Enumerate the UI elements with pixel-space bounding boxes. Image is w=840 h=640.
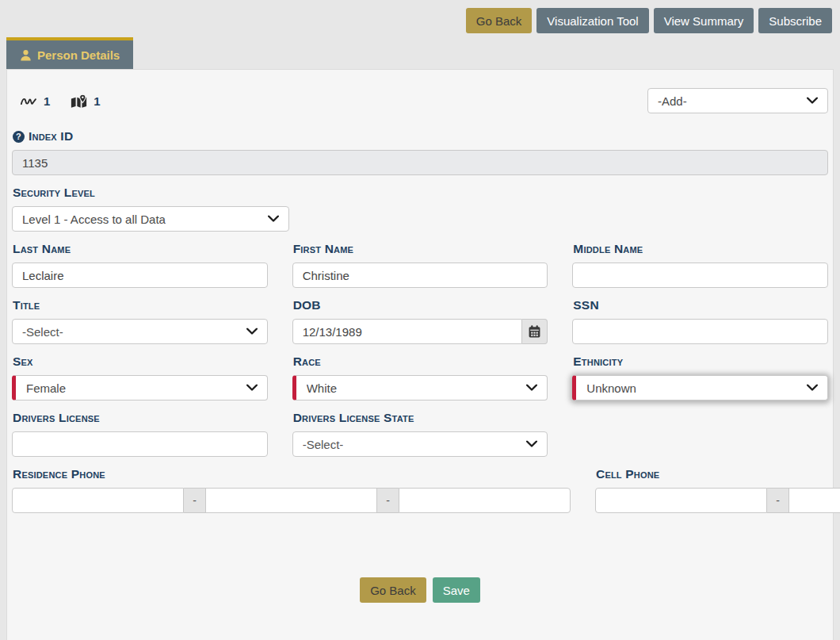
map-count: 1 [94,94,100,108]
visualization-tool-button[interactable]: Visualization Tool [536,8,648,33]
residence-phone-area-input[interactable] [12,488,184,513]
security-level-field: Security Level Level 1 - Access to all D… [12,186,828,232]
go-back-button-top[interactable]: Go Back [466,8,533,33]
security-level-value: Level 1 - Access to all Data [22,213,166,226]
first-name-input[interactable] [292,263,548,288]
middle-name-input[interactable] [572,263,828,288]
go-back-button[interactable]: Go Back [360,577,426,603]
sex-race-ethnicity-row: Sex Female Race White Ethnicity Unknown [12,354,828,400]
person-details-panel: 1 1 -Add- [6,69,834,640]
chevron-down-icon [268,216,279,223]
phone-dash-separator: - [377,488,399,513]
index-id-field: ? Index ID [12,129,828,175]
drivers-license-label: Drivers License [13,411,100,425]
race-field: Race White [292,354,548,400]
sex-field: Sex Female [12,354,268,400]
last-name-input[interactable] [12,263,268,288]
title-field: Title -Select- [12,298,268,344]
save-button[interactable]: Save [433,577,480,603]
title-label: Title [13,298,40,312]
dob-input[interactable] [292,319,523,344]
last-name-label: Last Name [13,242,71,256]
race-label: Race [293,354,321,369]
first-name-label: First Name [293,242,353,256]
title-value: -Select- [22,325,63,339]
question-circle-icon[interactable]: ? [13,131,25,143]
map-count-item[interactable]: 1 [71,94,100,108]
add-select-value: -Add- [658,94,687,108]
add-select[interactable]: -Add- [647,88,828,113]
chevron-down-icon [246,328,258,335]
subscribe-button[interactable]: Subscribe [758,8,832,33]
drivers-license-state-select[interactable]: -Select- [292,431,548,457]
ssn-field: SSN [572,298,828,344]
ssn-label: SSN [573,298,598,312]
signature-icon [20,95,37,107]
ethnicity-field: Ethnicity Unknown [572,354,828,400]
cell-phone-area-input[interactable] [595,488,767,513]
security-level-select[interactable]: Level 1 - Access to all Data [12,206,289,232]
security-level-label: Security Level [13,186,95,200]
activity-count: 1 [44,94,50,108]
chevron-down-icon [526,385,537,392]
race-value: White [307,381,337,395]
phone-dash-separator: - [767,488,788,513]
sex-value: Female [26,381,66,395]
chevron-down-icon [246,385,258,392]
drivers-license-input[interactable] [12,431,268,457]
index-id-label: Index ID [29,129,73,144]
map-marker-icon [71,94,87,108]
chevron-down-icon [807,98,818,105]
summary-icons-row: 1 1 -Add- [12,88,828,113]
index-id-input[interactable] [12,150,828,175]
title-dob-ssn-row: Title -Select- DOB [12,298,828,344]
cell-phone-field: Cell Phone - - [595,467,840,565]
residence-phone-field: Residence Phone - - [12,467,571,565]
middle-name-field: Middle Name [572,242,828,288]
residence-phone-line-input[interactable] [399,488,571,513]
drivers-license-state-label: Drivers License State [293,411,414,425]
last-name-field: Last Name [12,242,268,288]
phone-dash-separator: - [184,488,205,513]
drivers-license-field: Drivers License [12,411,268,457]
dob-label: DOB [293,298,321,312]
form-actions: Go Back Save [12,577,828,603]
residence-phone-prefix-input[interactable] [205,488,377,513]
cell-phone-prefix-input[interactable] [788,488,840,513]
sex-select[interactable]: Female [12,375,268,400]
phone-address-row: Residence Phone - - Cell Phone - - Resid… [12,467,828,565]
sex-label: Sex [13,354,33,369]
drivers-license-state-field: Drivers License State -Select- [292,411,548,457]
top-button-bar: Go Back Visualization Tool View Summary … [466,8,832,33]
residence-phone-label: Residence Phone [13,467,105,481]
chevron-down-icon [807,385,818,392]
view-summary-button[interactable]: View Summary [654,8,754,33]
dob-field: DOB [292,298,548,344]
activity-count-item[interactable]: 1 [20,94,50,108]
name-row: Last Name First Name Middle Name [12,242,828,288]
chevron-down-icon [526,441,537,448]
cell-phone-label: Cell Phone [596,467,659,481]
drivers-license-state-value: -Select- [303,438,344,451]
tab-label: Person Details [37,48,120,62]
drivers-license-row: Drivers License Drivers License State -S… [12,411,828,457]
ethnicity-label: Ethnicity [573,354,623,369]
calendar-icon[interactable] [522,319,548,344]
ethnicity-value: Unknown [586,381,636,395]
ethnicity-select[interactable]: Unknown [572,375,828,400]
middle-name-label: Middle Name [573,242,643,256]
tab-person-details[interactable]: Person Details [6,37,133,69]
ssn-input[interactable] [572,319,828,344]
race-select[interactable]: White [292,375,548,400]
person-icon [20,49,32,61]
first-name-field: First Name [292,242,548,288]
title-select[interactable]: -Select- [12,319,268,344]
